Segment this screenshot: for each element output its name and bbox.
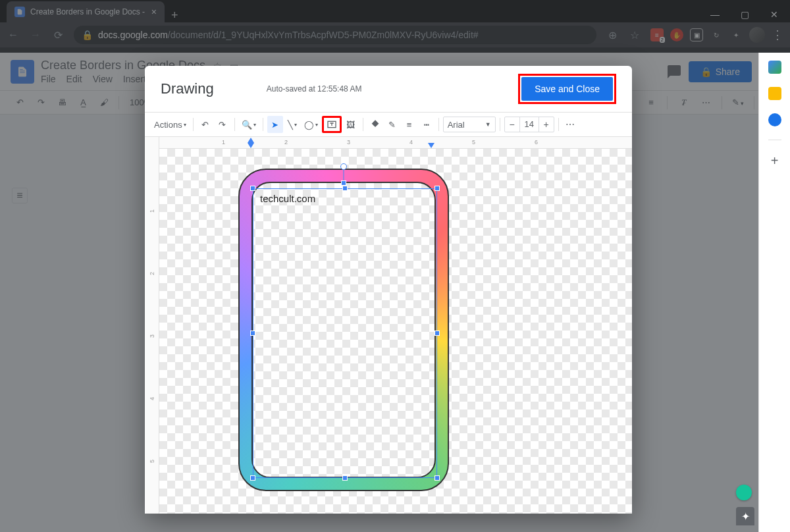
select-tool-icon[interactable]: ➤ [267, 116, 283, 133]
image-tool-icon[interactable]: 🖼 [343, 116, 359, 133]
share-button[interactable]: 🔒 Share [689, 61, 752, 82]
tab-close-icon[interactable]: × [151, 7, 157, 17]
line-tool-icon[interactable]: ╲ [284, 116, 300, 133]
shape-handle[interactable] [341, 180, 346, 186]
calendar-addon-icon[interactable] [768, 61, 781, 74]
selection-handle[interactable] [250, 331, 255, 336]
window-minimize[interactable]: — [710, 9, 720, 20]
ruler-firstline[interactable] [248, 138, 254, 143]
ruler-indent-left[interactable] [248, 143, 254, 148]
textbox-content[interactable]: techcult.com [253, 189, 436, 208]
selection-handle[interactable] [434, 186, 440, 191]
more-toolbar-icon[interactable]: ⋯ [699, 97, 712, 107]
save-close-highlight: Save and Close [518, 74, 616, 104]
new-tab-button[interactable]: + [165, 9, 185, 22]
fill-color-icon[interactable] [367, 116, 383, 133]
browser-tab[interactable]: Create Borders in Google Docs - × [7, 1, 165, 22]
autosave-status: Auto-saved at 12:55:48 AM [267, 84, 362, 93]
border-dash-icon[interactable]: ┅ [419, 116, 434, 133]
url-path: /document/d/1_9YUqHxlXvYmTrbsAcpfWD5-PM0… [168, 30, 479, 40]
selection-handle[interactable] [250, 475, 255, 481]
shape-tool-icon[interactable]: ◯ [302, 116, 321, 133]
drawing-dialog: Drawing Auto-saved at 12:55:48 AM Save a… [145, 66, 632, 514]
save-and-close-button[interactable]: Save and Close [521, 77, 613, 101]
ext-pip-icon[interactable]: ▣ [690, 28, 703, 41]
address-bar[interactable]: 🔒 docs.google.com/document/d/1_9YUqHxlXv… [74, 26, 596, 44]
menu-view[interactable]: View [93, 74, 113, 84]
ruler-vertical: 1 2 3 4 5 [145, 137, 159, 514]
window-maximize[interactable]: ▢ [741, 9, 749, 20]
ruler-indent-right[interactable] [428, 143, 434, 148]
clear-format-icon[interactable]: 𝑇̷ [677, 97, 690, 108]
menu-insert[interactable]: Insert [123, 74, 146, 84]
undo-icon[interactable]: ↶ [13, 97, 26, 107]
draw-redo-icon[interactable]: ↷ [215, 116, 230, 133]
editing-mode-icon[interactable]: ✎ [731, 97, 745, 107]
tasks-addon-icon[interactable] [768, 113, 781, 126]
docs-logo[interactable] [11, 60, 34, 84]
draw-undo-icon[interactable]: ↶ [198, 116, 213, 133]
more-options-icon[interactable]: ⋯ [563, 116, 579, 133]
ext-todoist-icon[interactable]: ≡ [650, 28, 664, 41]
paint-format-icon[interactable]: 🖌 [97, 97, 111, 107]
lock-icon: 🔒 [82, 30, 93, 40]
nav-forward-icon[interactable]: → [29, 28, 42, 41]
align-icon[interactable]: ≡ [645, 97, 658, 107]
redo-icon[interactable]: ↷ [34, 97, 47, 107]
textbox-tool-icon[interactable] [322, 116, 342, 133]
lock-share-icon: 🔒 [700, 66, 712, 77]
menu-edit[interactable]: Edit [66, 74, 82, 84]
comments-icon[interactable] [666, 64, 682, 80]
border-weight-icon[interactable]: ≡ [402, 116, 417, 133]
extensions-icon[interactable]: ✦ [729, 28, 743, 41]
textbox-element[interactable]: techcult.com [253, 188, 437, 478]
selection-handle[interactable] [434, 475, 440, 481]
menu-file[interactable]: File [41, 74, 56, 84]
url-domain: docs.google.com [98, 30, 168, 40]
drawing-canvas[interactable]: techcult.com [159, 149, 632, 514]
ruler-horizontal: 1 2 3 4 5 6 [159, 137, 632, 149]
browser-menu-icon[interactable]: ⋮ [772, 28, 783, 42]
explore-button[interactable]: ✦ [736, 507, 754, 525]
font-family-select[interactable]: Arial▼ [443, 117, 496, 132]
spellcheck-icon[interactable]: A̲ [76, 97, 90, 107]
selection-handle[interactable] [434, 331, 440, 336]
outline-toggle-icon[interactable]: ≡ [12, 188, 28, 203]
font-size-decrease[interactable]: − [505, 119, 519, 130]
keep-addon-icon[interactable] [768, 87, 781, 100]
search-icon[interactable]: ⊕ [606, 28, 619, 41]
ext-unknown-icon[interactable]: ↻ [710, 28, 723, 41]
font-size-increase[interactable]: + [539, 119, 554, 130]
nav-reload-icon[interactable]: ⟳ [51, 28, 65, 41]
font-size-value[interactable]: 14 [519, 117, 539, 132]
actions-menu[interactable]: Actions [151, 116, 189, 133]
ext-adblock-icon[interactable]: ✋ [670, 28, 683, 41]
docs-favicon [14, 7, 25, 17]
rotate-handle[interactable] [340, 163, 347, 170]
border-color-icon[interactable]: ✎ [384, 116, 400, 133]
window-close[interactable]: ✕ [770, 9, 778, 20]
grammarly-icon[interactable] [736, 485, 752, 500]
nav-back-icon[interactable]: ← [7, 28, 20, 41]
drawing-title: Drawing [161, 80, 214, 97]
print-icon[interactable]: 🖶 [55, 97, 68, 107]
tab-title: Create Borders in Google Docs - [30, 7, 146, 16]
browser-avatar[interactable] [749, 27, 765, 43]
zoom-tool-icon[interactable]: 🔍 [239, 116, 259, 133]
selection-handle[interactable] [342, 475, 348, 481]
star-icon[interactable]: ☆ [628, 28, 641, 41]
selection-handle[interactable] [342, 186, 348, 191]
add-addon-icon[interactable]: + [771, 153, 779, 169]
font-size-control: − 14 + [504, 117, 554, 132]
selection-handle[interactable] [250, 186, 255, 191]
